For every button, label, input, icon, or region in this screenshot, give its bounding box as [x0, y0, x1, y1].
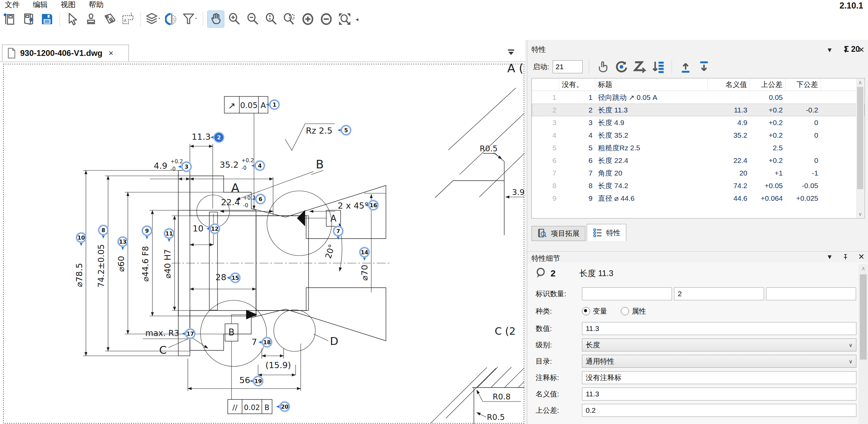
characteristics-table: 没有。 标题 名义值 上公差 下公差 11径向跳动 ↗ 0.05 A0.05 2…: [532, 78, 865, 218]
mirror-icon[interactable]: [164, 11, 180, 27]
nominal-input[interactable]: [582, 388, 856, 400]
svg-text:B: B: [228, 327, 235, 337]
panel-menu-icon[interactable]: ▼: [826, 253, 833, 261]
svg-text:A: A: [260, 101, 266, 110]
toolbar-separator: [203, 12, 203, 26]
svg-text:2 x 45°: 2 x 45°: [338, 201, 369, 211]
table-row[interactable]: 33长度 4.94.9+0.20: [532, 116, 865, 129]
table-row-selected[interactable]: 22长度 11.311.3+0.2-0.2: [532, 104, 865, 116]
menu-file[interactable]: 文件: [5, 0, 20, 10]
stamp-icon[interactable]: [83, 11, 99, 27]
characteristics-panel-header: 特性 ▼ ✕: [527, 45, 868, 55]
pan-hand-icon[interactable]: [208, 11, 224, 27]
scroll-down-icon[interactable]: ∨: [856, 210, 864, 218]
panel-tabs: 项目拓展 特性: [532, 224, 626, 241]
document-icon: [7, 48, 16, 59]
svg-text:18: 18: [263, 339, 271, 346]
characteristics-toolbar: 启动:: [527, 56, 868, 77]
tab-list-icon[interactable]: [507, 47, 515, 58]
svg-text:13: 13: [119, 239, 126, 245]
detail-label-c: C: [159, 344, 167, 357]
layers-icon[interactable]: [145, 11, 162, 27]
filter-icon[interactable]: [182, 11, 198, 27]
svg-text:3.9: 3.9: [512, 188, 524, 197]
column-no[interactable]: 没有。: [559, 78, 595, 91]
finger-icon[interactable]: [595, 59, 610, 74]
drawing-canvas[interactable]: .e{stroke:#1c1c1c;stroke-width:1.4;fill:…: [3, 62, 524, 424]
table-scrollbar[interactable]: ∧ ∨: [856, 79, 864, 218]
chevron-down-icon: ∨: [849, 358, 853, 365]
column-title[interactable]: 标题: [595, 78, 708, 91]
zoom-out-icon[interactable]: [244, 11, 261, 27]
column-blank[interactable]: [532, 78, 559, 91]
tag-icon[interactable]: [101, 11, 118, 27]
table-row[interactable]: 66长度 22.422.4+0.20: [532, 154, 865, 167]
scroll-up-icon[interactable]: ∧: [858, 264, 868, 273]
details-scrollbar[interactable]: ∧: [858, 264, 868, 424]
radio-variable[interactable]: [582, 307, 590, 315]
table-row[interactable]: 88长度 74.274.2+0.05-0.05: [532, 179, 865, 192]
document-tab[interactable]: 930-1200-406-V1.dwg ×: [2, 45, 129, 61]
table-row[interactable]: 11径向跳动 ↗ 0.05 A0.05: [532, 91, 865, 104]
renumber-list-icon[interactable]: [650, 59, 665, 74]
radio-attribute[interactable]: [621, 307, 629, 315]
new-document-icon[interactable]: [2, 11, 18, 27]
zoom-in-icon[interactable]: [226, 11, 242, 27]
table-row[interactable]: 55粗糙度Rz 2.52.5: [532, 141, 865, 154]
detail-label-b: B: [316, 157, 324, 171]
lower-icon[interactable]: [697, 59, 712, 74]
zoom-fit-icon[interactable]: [336, 11, 353, 27]
tab-characteristics[interactable]: 特性: [587, 224, 626, 241]
collapse-toolbar-icon[interactable]: ◂: [356, 16, 358, 22]
column-upper-tol[interactable]: 上公差: [750, 78, 785, 91]
close-tab-icon[interactable]: ×: [108, 48, 113, 58]
class-select[interactable]: 长度∨: [582, 338, 856, 351]
id-count-input-2[interactable]: [674, 287, 764, 300]
pin-icon[interactable]: [842, 253, 849, 261]
menu-edit[interactable]: 编辑: [33, 0, 48, 10]
rotate-icon[interactable]: [614, 59, 629, 74]
table-row[interactable]: 77角度 2020+1-1: [532, 167, 865, 179]
z-order-icon[interactable]: [632, 59, 647, 74]
characteristics-panel-title: 特性: [532, 45, 546, 53]
scrollbar-thumb[interactable]: [860, 274, 867, 360]
start-input[interactable]: [553, 60, 583, 73]
note-input[interactable]: [582, 371, 856, 384]
column-lower-tol[interactable]: 下公差: [785, 78, 821, 91]
nominal-row: 名义值:: [536, 388, 856, 400]
panel-menu-icon[interactable]: ▼: [826, 46, 833, 54]
svg-text:-0: -0: [243, 202, 248, 209]
menu-view[interactable]: 视图: [61, 0, 76, 10]
id-count-input-1[interactable]: [582, 287, 672, 300]
panel-splitter[interactable]: [525, 40, 527, 424]
close-panel-icon[interactable]: ✕: [858, 252, 865, 261]
svg-text:7: 7: [252, 337, 257, 347]
stamp-region-icon[interactable]: 1A: [120, 11, 136, 27]
svg-text:A: A: [330, 213, 336, 224]
increase-icon[interactable]: [300, 11, 316, 27]
open-document-icon[interactable]: [20, 11, 37, 27]
id-count-row: 标识数量:: [536, 287, 858, 300]
upper-tol-input[interactable]: [582, 404, 856, 417]
toolbar-separator: [140, 12, 141, 26]
id-count-input-3[interactable]: [766, 287, 856, 300]
catalog-select[interactable]: 通用特性∨: [582, 355, 856, 368]
table-row[interactable]: 44长度 35.235.2+0.20: [532, 129, 865, 141]
table-row[interactable]: 99直径 ⌀ 44.644.6+0.064+0.025: [532, 192, 865, 205]
menu-help[interactable]: 帮助: [89, 0, 104, 10]
tab-project-expansion[interactable]: 项目拓展: [532, 226, 585, 241]
zoom-window-icon[interactable]: [281, 11, 298, 27]
value-input[interactable]: [582, 322, 856, 335]
decrease-icon[interactable]: [318, 11, 334, 27]
save-icon[interactable]: [39, 11, 55, 27]
select-cursor-icon[interactable]: [64, 11, 81, 27]
scrollbar-thumb[interactable]: [857, 87, 863, 189]
scroll-up-icon[interactable]: ∧: [856, 79, 864, 86]
svg-text:⌀60: ⌀60: [116, 256, 126, 272]
column-nominal[interactable]: 名义值: [708, 78, 750, 91]
kind-row: 种类: 变量 属性: [536, 306, 660, 316]
raise-icon[interactable]: [678, 59, 693, 74]
svg-text:-0: -0: [170, 166, 176, 172]
zoom-dynamic-icon[interactable]: [263, 11, 279, 27]
svg-text:max. R3: max. R3: [145, 329, 179, 338]
